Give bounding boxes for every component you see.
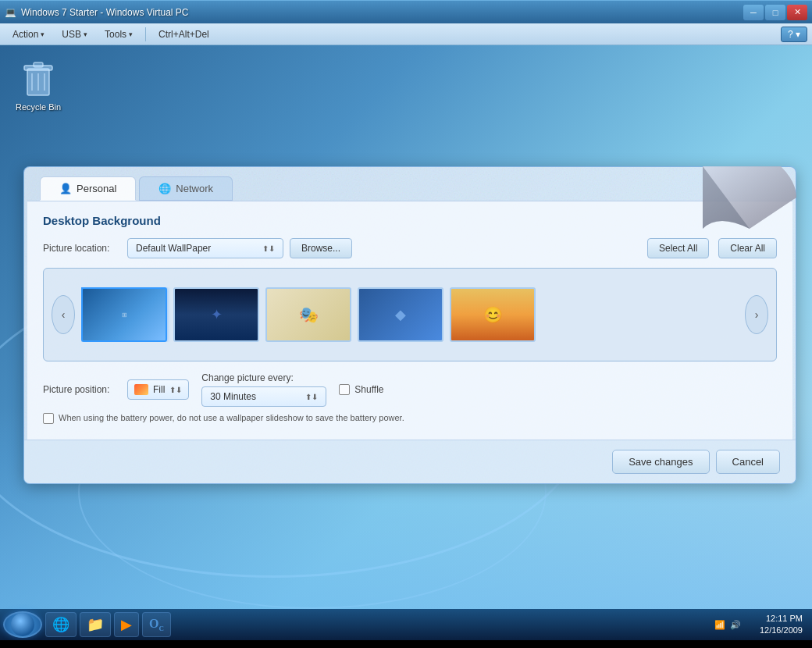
fill-icon bbox=[134, 384, 148, 395]
network-tray-icon: 📶 bbox=[714, 620, 725, 630]
cancel-button[interactable]: Cancel bbox=[716, 450, 780, 474]
scroll-right-button[interactable]: › bbox=[745, 295, 768, 334]
bottom-controls: Picture position: Fill ⬆⬇ Change picture… bbox=[43, 372, 777, 407]
chevron-down-icon: ▾ bbox=[129, 30, 133, 38]
thumbnail-item[interactable]: ✦ bbox=[173, 287, 259, 342]
menubar: Action ▾ USB ▾ Tools ▾ Ctrl+Alt+Del ? ▾ bbox=[0, 23, 812, 45]
thumbnails-container: ‹ ✓ ⊞ ✦ bbox=[43, 268, 777, 361]
start-button[interactable] bbox=[3, 611, 42, 638]
dialog-tabs: 👤 Personal 🌐 Network bbox=[24, 167, 796, 201]
menu-tools[interactable]: Tools ▾ bbox=[97, 27, 141, 42]
start-orb bbox=[11, 613, 34, 636]
titlebar-title: Windows 7 Starter - Windows Virtual PC bbox=[21, 7, 189, 18]
taskbar-ie-button[interactable]: 🌐 bbox=[45, 612, 77, 637]
menu-ctrl-alt-del[interactable]: Ctrl+Alt+Del bbox=[151, 27, 217, 42]
clock-time: 12:11 PM bbox=[766, 613, 803, 625]
maximize-button[interactable]: □ bbox=[765, 5, 785, 20]
app-icon: OC bbox=[149, 617, 164, 632]
fill-dropdown[interactable]: Fill ⬆⬇ bbox=[127, 379, 189, 400]
picture-location-label: Picture location: bbox=[43, 243, 121, 254]
thumbnail-image: ◆ bbox=[358, 287, 443, 342]
thumbnail-item[interactable]: ✓ ⊞ bbox=[81, 287, 167, 342]
thumbnails-grid: ✓ ⊞ ✦ 🎭 bbox=[81, 287, 739, 342]
desktop: Recycle Bin 👤 Personal 🌐 Network Desktop… bbox=[0, 45, 812, 640]
thumbnail-image: 🎭 bbox=[265, 287, 351, 342]
taskbar: 🌐 📁 ▶ OC 📶 🔊 12:11 PM 12/16/2009 bbox=[0, 609, 812, 640]
browse-button[interactable]: Browse... bbox=[290, 238, 352, 258]
taskbar-app-button[interactable]: OC bbox=[142, 612, 171, 637]
menu-usb[interactable]: USB ▾ bbox=[54, 27, 95, 42]
battery-checkbox[interactable] bbox=[43, 413, 54, 424]
recycle-bin-icon bbox=[20, 56, 57, 100]
network-icon: 🌐 bbox=[158, 183, 171, 194]
dialog-footer: Save changes Cancel bbox=[24, 440, 796, 483]
thumbnail-item[interactable]: ◆ bbox=[358, 287, 443, 342]
picture-position-group: Picture position: Fill ⬆⬇ bbox=[43, 379, 189, 400]
thumbnail-image: ✦ bbox=[173, 287, 259, 342]
battery-note: When using the battery power, do not use… bbox=[43, 413, 777, 424]
chevron-down-icon: ⬆⬇ bbox=[305, 393, 318, 401]
thumbnail-item[interactable]: 😊 bbox=[450, 287, 536, 342]
thumbnail-image: 😊 bbox=[450, 287, 536, 342]
save-changes-button[interactable]: Save changes bbox=[612, 450, 709, 474]
taskbar-media-button[interactable]: ▶ bbox=[114, 612, 139, 637]
help-button[interactable]: ? ▾ bbox=[781, 27, 807, 42]
svg-rect-2 bbox=[34, 62, 43, 67]
chevron-down-icon: ▾ bbox=[41, 30, 45, 38]
chevron-down-icon: ⬆⬇ bbox=[262, 244, 275, 253]
wallpaper-dropdown[interactable]: Default WallPaper ⬆⬇ bbox=[127, 238, 283, 258]
media-icon: ▶ bbox=[121, 616, 132, 633]
clock-date: 12/16/2009 bbox=[760, 625, 803, 636]
minimize-button[interactable]: ─ bbox=[743, 5, 764, 20]
shuffle-checkbox[interactable] bbox=[339, 384, 350, 395]
desktop-background-dialog: 👤 Personal 🌐 Network Desktop Background … bbox=[23, 166, 796, 484]
thumbnail-image: ⊞ bbox=[81, 287, 167, 342]
scroll-left-button[interactable]: ‹ bbox=[52, 295, 75, 334]
clear-all-button[interactable]: Clear All bbox=[718, 238, 777, 258]
titlebar-buttons: ─ □ ✕ bbox=[743, 5, 807, 20]
chevron-down-icon: ⬆⬇ bbox=[169, 386, 182, 394]
picture-location-row: Picture location: Default WallPaper ⬆⬇ B… bbox=[43, 238, 777, 258]
shuffle-label: Shuffle bbox=[354, 384, 383, 395]
taskbar-explorer-button[interactable]: 📁 bbox=[80, 612, 111, 637]
titlebar: 💻 Windows 7 Starter - Windows Virtual PC… bbox=[0, 0, 812, 23]
tab-personal[interactable]: 👤 Personal bbox=[40, 176, 136, 201]
system-tray: 📶 🔊 bbox=[708, 620, 747, 630]
folder-icon: 📁 bbox=[87, 616, 104, 633]
shuffle-group: Shuffle bbox=[339, 384, 383, 395]
ie-icon: 🌐 bbox=[52, 616, 69, 633]
personal-icon: 👤 bbox=[59, 183, 72, 194]
taskbar-right: 📶 🔊 12:11 PM 12/16/2009 bbox=[708, 613, 809, 637]
menu-action[interactable]: Action ▾ bbox=[5, 27, 52, 42]
tab-network[interactable]: 🌐 Network bbox=[139, 176, 233, 201]
panel-title: Desktop Background bbox=[43, 214, 777, 227]
recycle-bin-label: Recycle Bin bbox=[16, 102, 61, 112]
select-all-button[interactable]: Select All bbox=[647, 238, 709, 258]
menu-separator bbox=[145, 27, 146, 41]
interval-dropdown[interactable]: 30 Minutes ⬆⬇ bbox=[201, 386, 326, 407]
chevron-down-icon: ▾ bbox=[84, 30, 87, 38]
close-button[interactable]: ✕ bbox=[787, 5, 807, 20]
titlebar-icon: 💻 bbox=[5, 7, 16, 18]
clock-area: 12:11 PM 12/16/2009 bbox=[753, 613, 809, 637]
change-picture-label: Change picture every: bbox=[201, 372, 326, 383]
picture-position-label: Picture position: bbox=[43, 384, 121, 395]
thumbnail-item[interactable]: 🎭 bbox=[265, 287, 351, 342]
change-picture-group: Change picture every: 30 Minutes ⬆⬇ bbox=[201, 372, 326, 407]
recycle-bin[interactable]: Recycle Bin bbox=[11, 53, 66, 115]
volume-icon: 🔊 bbox=[730, 620, 741, 630]
dialog-panel-body: Desktop Background Picture location: Def… bbox=[27, 201, 792, 440]
